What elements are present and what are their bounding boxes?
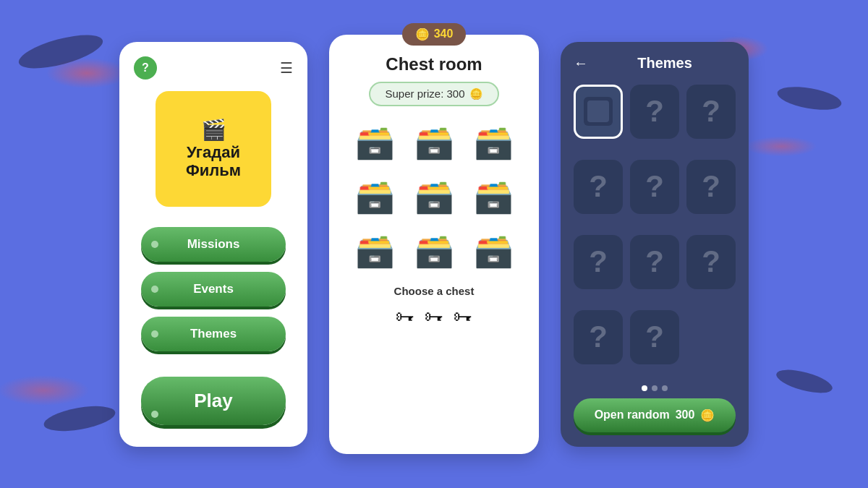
play-button[interactable]: Play [141,377,286,425]
theme-cell-10[interactable]: ? [574,310,623,364]
chest-grid: 🗃️ 🗃️ 🗃️ 🗃️ 🗃️ 🗃️ 🗃️ 🗃️ 🗃️ [334,119,534,275]
dot-inactive-2 [662,385,668,391]
help-button[interactable]: ? [134,56,157,80]
theme-cell-8[interactable]: ? [630,235,679,289]
missions-button[interactable]: Missions [141,227,286,262]
theme-cell-4[interactable]: ? [574,160,623,214]
chest-7[interactable]: 🗃️ [349,228,401,275]
theme-cell-3[interactable]: ? [686,85,736,139]
themes-button[interactable]: Themes [141,317,286,351]
chest-5[interactable]: 🗃️ [408,174,460,221]
chest-6[interactable]: 🗃️ [467,174,519,221]
main-menu-panel: ? ☰ 🎬 Угадай Фильм Missions Events Theme… [119,42,307,447]
theme-cell-11[interactable]: ? [630,310,679,364]
chest-2[interactable]: 🗃️ [408,119,460,166]
coin-badge: 🪙 340 [402,23,467,46]
chest-room-panel: 🪙 340 Chest room Super prize: 300 🪙 🗃️ 🗃… [329,35,539,454]
chest-3[interactable]: 🗃️ [467,119,519,166]
themes-title: Themes [594,55,736,72]
super-prize-text: Super prize: 300 [385,87,464,100]
events-button[interactable]: Events [141,272,286,307]
open-random-coin-icon: 🪙 [700,408,715,422]
themes-header: ← Themes [574,55,736,72]
coin-count: 340 [434,27,454,40]
super-prize-badge: Super prize: 300 🪙 [369,82,498,106]
theme-cell-2[interactable]: ? [630,85,679,139]
open-random-label: Open random [595,408,670,421]
logo-box: 🎬 Угадай Фильм [156,91,271,207]
chest-9[interactable]: 🗃️ [467,228,519,275]
theme-cell-6[interactable]: ? [686,160,736,214]
open-random-button[interactable]: Open random 300 🪙 [574,398,736,432]
theme-cell-9[interactable]: ? [686,235,736,289]
film-icon: 🎬 [201,118,226,142]
dot-inactive-1 [652,385,658,391]
theme-cell-1[interactable] [574,85,623,139]
themes-panel: ← Themes ? ? ? ? ? ? ? ? ? ? Open random… [561,42,749,447]
open-random-cost: 300 [676,408,695,421]
coin-icon: 🪙 [415,27,430,41]
key-1[interactable]: 🗝 [396,306,414,328]
logo-text-line2: Фильм [186,161,241,179]
back-button[interactable]: ← [574,55,588,72]
dot-active [642,385,647,391]
key-3[interactable]: 🗝 [454,306,472,328]
theme-image-1 [584,97,613,126]
menu-top-bar: ? ☰ [134,56,293,80]
themes-grid: ? ? ? ? ? ? ? ? ? ? [574,85,736,378]
chest-room-title: Chest room [386,54,482,74]
theme-cell-5[interactable]: ? [630,160,679,214]
svg-rect-1 [587,100,609,122]
logo-text-line1: Угадай [187,143,240,161]
keys-row: 🗝 🗝 🗝 [396,306,472,328]
pagination-dots [574,385,736,391]
chest-1[interactable]: 🗃️ [349,119,401,166]
key-2[interactable]: 🗝 [425,306,443,328]
super-prize-coin-icon: 🪙 [469,87,483,100]
theme-cell-7[interactable]: ? [574,235,623,289]
chest-4[interactable]: 🗃️ [349,174,401,221]
choose-chest-text: Choose a chest [394,285,475,297]
chest-8[interactable]: 🗃️ [408,228,460,275]
hamburger-icon[interactable]: ☰ [280,59,293,77]
